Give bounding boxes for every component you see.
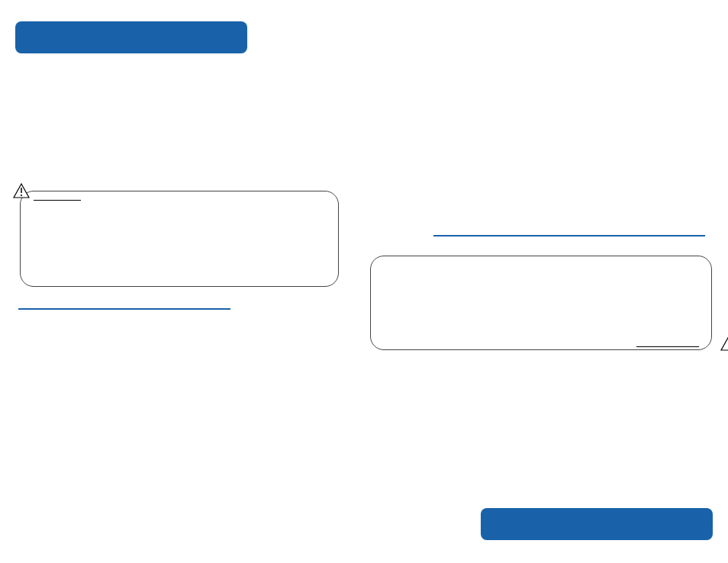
footer-badge: [481, 508, 713, 540]
svg-point-2: [21, 195, 22, 196]
section-rule-right: [433, 235, 705, 236]
callout-box-left: [20, 191, 339, 287]
header-badge: [15, 21, 247, 53]
warning-label-underline-left: [34, 200, 81, 201]
section-rule-left: [18, 308, 230, 310]
warning-label-underline-right: [636, 346, 699, 347]
svg-marker-3: [721, 336, 728, 350]
callout-box-right: [370, 256, 712, 350]
